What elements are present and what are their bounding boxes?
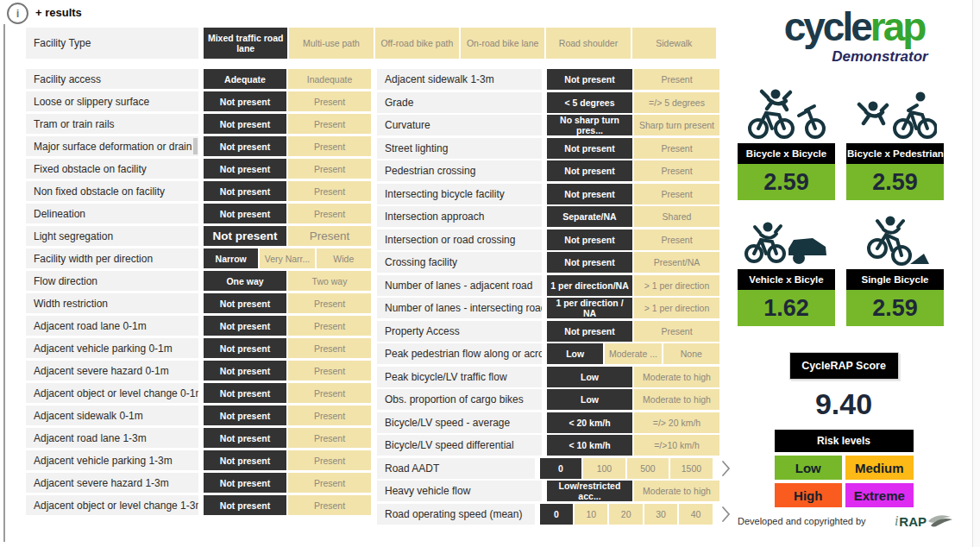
option-present[interactable]: Present bbox=[288, 181, 371, 201]
option-adequate[interactable]: Adequate bbox=[204, 69, 286, 89]
option-sharp-turn-present[interactable]: Sharp turn present bbox=[634, 115, 719, 135]
chevron-right-icon[interactable] bbox=[721, 458, 732, 479]
option-not-present[interactable]: Not present bbox=[204, 204, 286, 223]
option-road-shoulder[interactable]: Road shoulder bbox=[546, 28, 630, 59]
option-inadequate[interactable]: Inadequate bbox=[288, 69, 371, 89]
option-not-present[interactable]: Not present bbox=[204, 293, 286, 313]
option-none[interactable]: None bbox=[663, 343, 719, 364]
option-40[interactable]: 40 bbox=[679, 504, 712, 525]
option-narrow[interactable]: Narrow bbox=[204, 248, 258, 268]
option-1-per-direction[interactable]: > 1 per direction bbox=[634, 275, 719, 296]
option-not-present[interactable]: Not present bbox=[204, 495, 286, 515]
option-not-present[interactable]: Not present bbox=[204, 159, 286, 179]
option-present[interactable]: Present bbox=[288, 114, 371, 134]
option-very-narr[interactable]: Very Narr... bbox=[260, 248, 314, 268]
option-500[interactable]: 500 bbox=[627, 458, 669, 479]
option-20-km-h[interactable]: =/> 20 km/h bbox=[634, 412, 719, 433]
option-not-present[interactable]: Not present bbox=[204, 226, 286, 246]
chevron-right-icon[interactable] bbox=[721, 504, 732, 525]
option-mixed-traffic-road-lane[interactable]: Mixed traffic road lane bbox=[204, 28, 287, 59]
option-moderate-to-high[interactable]: Moderate to high bbox=[634, 481, 719, 501]
option-present[interactable]: Present bbox=[634, 69, 719, 90]
option-20-km-h[interactable]: < 20 km/h bbox=[547, 412, 632, 433]
option-0[interactable]: 0 bbox=[540, 504, 573, 525]
option-present[interactable]: Present bbox=[288, 473, 371, 493]
option-present-na[interactable]: Present/NA bbox=[634, 252, 719, 273]
option-on-road-bike-lane[interactable]: On-road bike lane bbox=[461, 28, 544, 59]
option-one-way[interactable]: One way bbox=[204, 271, 286, 291]
option-5-degrees[interactable]: =/> 5 degrees bbox=[634, 92, 719, 113]
option-0[interactable]: 0 bbox=[540, 458, 582, 479]
option-wide[interactable]: Wide bbox=[317, 248, 371, 268]
option-not-present[interactable]: Not present bbox=[204, 383, 286, 403]
option-20[interactable]: 20 bbox=[609, 504, 642, 525]
option-present[interactable]: Present bbox=[288, 428, 371, 448]
option-off-road-bike-path[interactable]: Off-road bike path bbox=[375, 28, 459, 59]
option-100[interactable]: 100 bbox=[583, 458, 625, 479]
scrollbar-thumb[interactable] bbox=[193, 138, 198, 154]
option-present[interactable]: Present bbox=[288, 204, 371, 223]
option-present[interactable]: Present bbox=[288, 316, 371, 336]
option-no-sharp-turn-pres[interactable]: No sharp turn pres... bbox=[547, 115, 632, 135]
option-10[interactable]: 10 bbox=[575, 504, 607, 525]
option-not-present[interactable]: Not present bbox=[547, 229, 632, 250]
option-not-present[interactable]: Not present bbox=[547, 252, 632, 273]
option-not-present[interactable]: Not present bbox=[547, 321, 632, 342]
option-present[interactable]: Present bbox=[288, 159, 371, 179]
option-not-present[interactable]: Not present bbox=[547, 184, 632, 204]
option-sidewalk[interactable]: Sidewalk bbox=[632, 28, 716, 59]
option-not-present[interactable]: Not present bbox=[204, 181, 286, 201]
option-present[interactable]: Present bbox=[634, 160, 719, 181]
option-not-present[interactable]: Not present bbox=[204, 114, 286, 134]
option-1-per-direction[interactable]: > 1 per direction bbox=[634, 298, 719, 318]
option-separate-na[interactable]: Separate/NA bbox=[547, 206, 632, 227]
option-low[interactable]: Low bbox=[547, 367, 632, 387]
option-present[interactable]: Present bbox=[288, 293, 371, 313]
option-not-present[interactable]: Not present bbox=[547, 138, 632, 159]
option-not-present[interactable]: Not present bbox=[204, 136, 286, 156]
option-not-present[interactable]: Not present bbox=[204, 450, 286, 470]
option-not-present[interactable]: Not present bbox=[204, 406, 286, 425]
option-moderate[interactable]: Moderate ... bbox=[605, 343, 661, 364]
option-1500[interactable]: 1500 bbox=[670, 458, 713, 479]
option-two-way[interactable]: Two way bbox=[288, 271, 371, 291]
option-present[interactable]: Present bbox=[634, 184, 719, 204]
option-not-present[interactable]: Not present bbox=[204, 473, 286, 493]
option-10-km-h[interactable]: =/>10 km/h bbox=[634, 435, 719, 456]
option-low-restricted-acc[interactable]: Low/restricted acc... bbox=[547, 481, 632, 501]
option-shared[interactable]: Shared bbox=[634, 206, 719, 227]
results-toggle[interactable]: + results bbox=[35, 6, 82, 19]
option-not-present[interactable]: Not present bbox=[204, 91, 286, 111]
option-present[interactable]: Present bbox=[288, 338, 371, 358]
option-10-km-h[interactable]: < 10 km/h bbox=[547, 435, 632, 456]
option-present[interactable]: Present bbox=[288, 450, 371, 470]
info-icon[interactable]: i bbox=[7, 3, 28, 24]
option-present[interactable]: Present bbox=[634, 229, 719, 250]
option-present[interactable]: Present bbox=[288, 136, 371, 156]
option-1-per-direction-na[interactable]: 1 per direction / NA bbox=[547, 298, 632, 318]
option-not-present[interactable]: Not present bbox=[204, 316, 286, 336]
option-present[interactable]: Present bbox=[288, 495, 371, 515]
option-present[interactable]: Present bbox=[634, 321, 719, 342]
option-low[interactable]: Low bbox=[547, 389, 632, 410]
option-1-per-direction-na[interactable]: 1 per direction/NA bbox=[547, 275, 632, 296]
option-not-present[interactable]: Not present bbox=[204, 338, 286, 358]
option-present[interactable]: Present bbox=[288, 406, 371, 425]
option-present[interactable]: Present bbox=[288, 91, 371, 111]
option-low[interactable]: Low bbox=[547, 343, 603, 364]
option-not-present[interactable]: Not present bbox=[204, 361, 286, 380]
option-present[interactable]: Present bbox=[288, 383, 371, 403]
option-5-degrees[interactable]: < 5 degrees bbox=[547, 92, 632, 113]
row-label: Heavy vehicle flow bbox=[377, 481, 542, 501]
option-moderate-to-high[interactable]: Moderate to high bbox=[634, 389, 719, 410]
option-30[interactable]: 30 bbox=[644, 504, 677, 525]
window-scrollbar[interactable] bbox=[972, 0, 980, 547]
option-multi-use-path[interactable]: Multi-use path bbox=[289, 28, 373, 59]
option-not-present[interactable]: Not present bbox=[547, 160, 632, 181]
option-moderate-to-high[interactable]: Moderate to high bbox=[634, 367, 719, 387]
option-present[interactable]: Present bbox=[288, 226, 371, 246]
option-not-present[interactable]: Not present bbox=[204, 428, 286, 448]
option-present[interactable]: Present bbox=[288, 361, 371, 380]
option-not-present[interactable]: Not present bbox=[547, 69, 632, 90]
option-present[interactable]: Present bbox=[634, 138, 719, 159]
